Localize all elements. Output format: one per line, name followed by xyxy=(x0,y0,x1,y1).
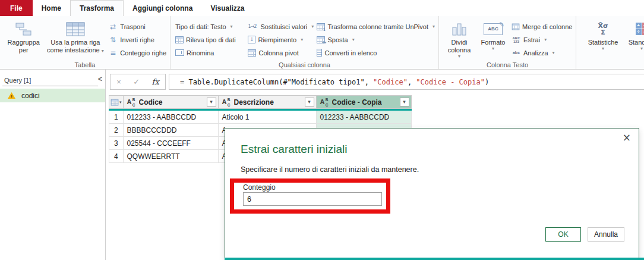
fx-icon[interactable]: fx xyxy=(152,77,159,86)
power-query-editor-window: File Home Trasforma Aggiungi colonna Vis… xyxy=(0,0,644,260)
estrai-caratteri-dialog: × Estrai caratteri iniziali Specificare … xyxy=(225,128,639,260)
extract-icon: ABC123 xyxy=(512,36,521,43)
group-label-qualsiasi-colonna: Qualsiasi colonna xyxy=(171,61,438,68)
row-number: 1 xyxy=(109,111,124,124)
format-icon: ABC xyxy=(484,19,503,39)
column-name: Codice - Copia xyxy=(332,98,397,106)
conteggio-righe-label: Conteggio righe xyxy=(120,49,166,57)
riempimento-label: Riempimento xyxy=(258,36,296,43)
colonna-pivot-button[interactable]: Colonna pivot xyxy=(246,46,315,59)
query-item-label: codici xyxy=(21,92,40,100)
converti-elenco-button[interactable]: Converti in elenco xyxy=(315,46,437,59)
conteggio-label: Conteggio xyxy=(243,183,276,192)
ribbon-group-colonna-numero: X̄σΣ Statistiche +−÷× Standard xyxy=(576,16,644,69)
svg-text:!: ! xyxy=(11,94,12,99)
parse-icon: abc xyxy=(512,51,521,55)
column-header-descrizione[interactable]: Descrizione xyxy=(218,96,316,109)
colonna-testo-small-buttons: Merge di colonne ABC123 Estrai abc Anali… xyxy=(510,18,574,59)
query-pane-title: Query [1] xyxy=(2,77,31,84)
row-number: 4 xyxy=(109,150,124,163)
cancel-formula-icon[interactable]: × xyxy=(116,77,121,86)
cell-codice-copia[interactable]: 012233 - AABBCCDD xyxy=(316,111,411,124)
ribbon-tab-bar: File Home Trasforma Aggiungi colonna Vis… xyxy=(0,0,644,16)
standard-button[interactable]: +−÷× Standard xyxy=(623,18,644,52)
analizza-button[interactable]: abc Analizza xyxy=(510,46,574,59)
ok-button[interactable]: OK xyxy=(545,227,581,242)
tab-aggiungi-colonna[interactable]: Aggiungi colonna xyxy=(124,0,201,16)
statistiche-label: Statistiche xyxy=(588,39,618,51)
cell-descrizione[interactable]: Aticolo 1 xyxy=(218,111,316,124)
statistics-icon: X̄σΣ xyxy=(598,19,608,39)
split-column-icon xyxy=(451,19,468,39)
annulla-button[interactable]: Annulla xyxy=(588,227,624,242)
table-header-icon xyxy=(66,19,85,39)
group-label-tabella: Tabella xyxy=(0,61,170,68)
unpivot-button[interactable]: ↓ Trasforma colonne tramite UnPivot xyxy=(315,20,437,33)
sostituisci-valori-button[interactable]: 1→2 Sostituisci valori xyxy=(246,20,315,33)
convert-to-list-icon xyxy=(317,49,322,57)
formula-string-literal: "Codice - Copia" xyxy=(416,78,485,86)
query-item-codici[interactable]: ! codici xyxy=(0,89,105,102)
estrai-button[interactable]: ABC123 Estrai xyxy=(510,33,574,46)
close-icon[interactable]: × xyxy=(623,131,631,143)
cell-codice[interactable]: BBBBCCCDDD xyxy=(123,124,218,137)
row-number: 2 xyxy=(109,124,124,137)
move-column-icon: ↔ xyxy=(317,36,325,43)
formula-input[interactable]: = Table.DuplicateColumn(#"Modificato tip… xyxy=(169,74,644,90)
tab-trasforma[interactable]: Trasforma xyxy=(70,0,124,16)
riempimento-button[interactable]: ↓ Riempimento xyxy=(246,33,315,46)
sposta-button[interactable]: ↔ Sposta xyxy=(315,33,437,46)
colonna-pivot-label: Colonna pivot xyxy=(258,49,298,57)
standard-label: Standard xyxy=(629,39,644,51)
cell-codice[interactable]: 025544 - CCCEEFF xyxy=(123,137,218,150)
ribbon-group-tabella: Raggruppa per Usa la prima riga come int… xyxy=(0,16,171,69)
analizza-label: Analizza xyxy=(523,49,548,57)
formato-button[interactable]: ABC Formato xyxy=(476,18,510,52)
conteggio-righe-button[interactable]: ≡ Conteggio righe xyxy=(106,46,168,59)
qualsiasi-stack-2: 1→2 Sostituisci valori ↓ Riempimento Col… xyxy=(246,18,315,59)
tab-home[interactable]: Home xyxy=(33,0,70,16)
collapse-pane-chevron[interactable]: < xyxy=(98,75,102,83)
raggruppa-per-button[interactable]: Raggruppa per xyxy=(3,18,44,55)
qualsiasi-stack-3: ↓ Trasforma colonne tramite UnPivot ↔ Sp… xyxy=(315,18,437,59)
formula-string-literal: "Codice" xyxy=(373,78,408,86)
dialog-bottom-strip xyxy=(225,258,644,260)
filter-dropdown-icon[interactable] xyxy=(207,98,216,106)
query-pane-header: Query [1] xyxy=(2,74,98,86)
statistiche-button[interactable]: X̄σΣ Statistiche xyxy=(583,18,623,52)
rename-icon xyxy=(175,49,184,56)
merge-columns-icon xyxy=(512,23,520,30)
confirm-formula-icon[interactable]: ✓ xyxy=(133,77,140,86)
rileva-tipo-button[interactable]: Rileva tipo di dati xyxy=(173,33,246,46)
text-type-icon xyxy=(222,98,231,106)
merge-colonne-button[interactable]: Merge di colonne xyxy=(510,20,574,33)
conteggio-input[interactable] xyxy=(243,192,382,206)
rileva-tipo-label: Rileva tipo di dati xyxy=(186,36,236,43)
table-header-row: ▾ Codice Descrizione xyxy=(109,96,412,109)
table-row[interactable]: 1 012233 - AABBCCDD Aticolo 1 012233 - A… xyxy=(109,111,412,124)
formato-label: Formato xyxy=(481,39,506,51)
trasponi-button[interactable]: ⇄ Trasponi xyxy=(106,20,168,33)
tab-visualizza[interactable]: Visualizza xyxy=(201,0,253,16)
detect-type-icon xyxy=(175,36,184,43)
rinomina-button[interactable]: Rinomina xyxy=(173,46,246,59)
column-header-codice-copia[interactable]: Codice - Copia xyxy=(316,96,411,109)
filter-dropdown-icon[interactable] xyxy=(400,98,409,106)
cell-codice[interactable]: QQWWEERRTT xyxy=(123,150,218,163)
cell-codice[interactable]: 012233 - AABBCCDD xyxy=(123,111,218,124)
row-number: 3 xyxy=(109,137,124,150)
dividi-colonna-label: Dividi colonna xyxy=(444,39,474,58)
select-all-corner[interactable]: ▾ xyxy=(109,96,124,109)
inverti-righe-button[interactable]: ⇅ Inverti righe xyxy=(106,33,168,46)
tipo-di-dati-button[interactable]: Tipo di dati: Testo xyxy=(173,20,246,33)
merge-colonne-label: Merge di colonne xyxy=(522,23,572,30)
dividi-colonna-button[interactable]: Dividi colonna xyxy=(442,18,476,59)
dialog-title: Estrai caratteri iniziali xyxy=(241,143,348,156)
warning-icon: ! xyxy=(7,92,16,99)
filter-dropdown-icon[interactable] xyxy=(305,98,314,106)
usa-prima-riga-button[interactable]: Usa la prima riga come intestazione xyxy=(44,18,106,56)
fill-down-icon: ↓ xyxy=(248,36,255,43)
trasponi-label: Trasponi xyxy=(120,23,145,30)
tab-file[interactable]: File xyxy=(0,0,33,16)
column-header-codice[interactable]: Codice xyxy=(123,96,218,109)
